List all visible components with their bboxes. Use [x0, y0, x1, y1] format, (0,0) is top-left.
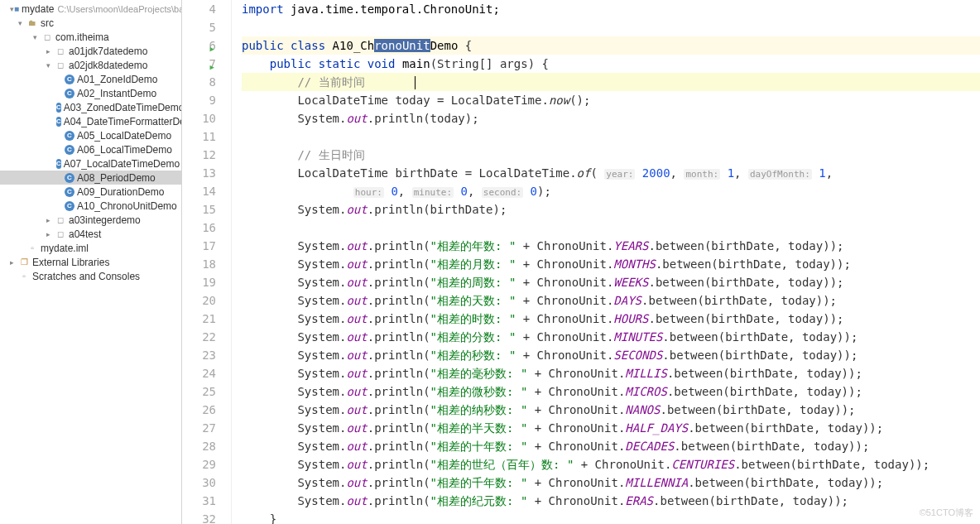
tree-item-A01_ZoneIdDemo[interactable]: CA01_ZoneIdDemo — [0, 72, 181, 86]
code-line[interactable]: System.out.println("相差的周数: " + ChronoUni… — [242, 273, 980, 291]
tree-item-src[interactable]: ▾🖿src — [0, 16, 181, 30]
class-icon: C — [56, 159, 61, 169]
tree-label: a03integerdemo — [69, 214, 141, 226]
expand-icon[interactable]: ▸ — [46, 216, 55, 224]
code-line[interactable]: System.out.println("相差的半天数: " + ChronoUn… — [242, 419, 980, 437]
tree-label: a01jdk7datedemo — [69, 46, 147, 57]
code-line[interactable]: System.out.println("相差的千年数: " + ChronoUn… — [242, 474, 980, 492]
line-number: 4 — [182, 0, 216, 18]
tree-item-com.itheima[interactable]: ▾◻com.itheima — [0, 30, 181, 44]
tree-item-A07_LocalDateTimeDemo[interactable]: CA07_LocalDateTimeDemo — [0, 156, 181, 171]
expand-icon[interactable]: ▾ — [18, 19, 26, 27]
line-number: 30 — [182, 474, 216, 492]
tree-item-mydate.iml[interactable]: ▫mydate.iml — [0, 241, 181, 255]
code-line[interactable]: // 生日时间 — [242, 146, 980, 164]
line-number: 31 — [182, 492, 216, 510]
line-number: 17 — [182, 237, 216, 255]
line-number: 9 — [182, 91, 216, 109]
code-editor[interactable]: 456▶7▶8910111213141516171819202122232425… — [182, 0, 980, 524]
pkg-icon: ◻ — [55, 60, 66, 71]
project-tree[interactable]: ▾■mydateC:\Users\moon\IdeaProjects\basic… — [0, 0, 182, 524]
tree-label: mydate — [22, 3, 54, 15]
code-line[interactable]: System.out.println("相差的分数: " + ChronoUni… — [242, 328, 980, 346]
tree-item-Scratches and Consoles[interactable]: ▫Scratches and Consoles — [0, 269, 181, 283]
class-icon: C — [65, 187, 74, 197]
code-line[interactable] — [242, 219, 980, 237]
tree-label: A04_DateTimeFormatterDemo — [64, 116, 182, 127]
tree-item-A06_LocalTimeDemo[interactable]: CA06_LocalTimeDemo — [0, 142, 181, 156]
expand-icon[interactable]: ▸ — [46, 230, 55, 238]
code-line[interactable]: System.out.println("相差的纪元数: " + ChronoUn… — [242, 492, 980, 510]
expand-icon[interactable]: ▾ — [33, 33, 41, 41]
tree-item-a03integerdemo[interactable]: ▸◻a03integerdemo — [0, 213, 181, 227]
expand-icon[interactable]: ▸ — [10, 258, 18, 267]
expand-icon[interactable]: ▸ — [46, 47, 55, 55]
file-icon: ▫ — [26, 243, 38, 254]
pkg-icon: ◻ — [55, 46, 66, 57]
line-number: 15 — [182, 200, 216, 219]
file-icon: ▫ — [18, 271, 30, 282]
code-line[interactable]: System.out.println("相差的时数: " + ChronoUni… — [242, 310, 980, 328]
line-number: 18 — [182, 255, 216, 273]
tree-label: A02_InstantDemo — [77, 88, 156, 99]
pkg-icon: ◻ — [55, 214, 66, 226]
tree-item-A10_ChronoUnitDemo[interactable]: CA10_ChronoUnitDemo — [0, 199, 181, 213]
code-line[interactable]: hour: 0, minute: 0, second: 0); — [242, 182, 980, 200]
code-line[interactable]: LocalDateTime birthDate = LocalDateTime.… — [242, 164, 980, 182]
line-number: 22 — [182, 328, 216, 346]
tree-item-A09_DurationDemo[interactable]: CA09_DurationDemo — [0, 185, 181, 199]
code-line[interactable]: System.out.println("相差的天数: " + ChronoUni… — [242, 291, 980, 310]
tree-label: A03_ZonedDateTimeDemo — [64, 102, 182, 113]
folder-icon: 🖿 — [26, 17, 38, 29]
tree-item-a04test[interactable]: ▸◻a04test — [0, 227, 181, 241]
line-number: 23 — [182, 346, 216, 364]
code-line[interactable]: System.out.println("相差的十年数: " + ChronoUn… — [242, 437, 980, 455]
tree-item-External Libraries[interactable]: ▸❐External Libraries — [0, 255, 181, 269]
line-number: 19 — [182, 273, 216, 291]
code-line[interactable]: System.out.println(today); — [242, 109, 980, 127]
code-line[interactable]: // 当前时间 — [242, 73, 980, 91]
tree-item-A05_LocalDateDemo[interactable]: CA05_LocalDateDemo — [0, 128, 181, 142]
code-line[interactable]: System.out.println("相差的世纪（百年）数: " + Chro… — [242, 455, 980, 474]
tree-label: A08_PeriodDemo — [77, 172, 156, 184]
code-line[interactable]: } — [242, 510, 980, 524]
class-icon: C — [65, 145, 74, 155]
tree-item-A03_ZonedDateTimeDemo[interactable]: CA03_ZonedDateTimeDemo — [0, 100, 181, 114]
line-number: 10 — [182, 109, 216, 127]
line-number: 7▶ — [182, 55, 216, 73]
code-line[interactable]: System.out.println("相差的年数: " + ChronoUni… — [242, 237, 980, 255]
code-line[interactable]: System.out.println("相差的微秒数: " + ChronoUn… — [242, 382, 980, 401]
code-line[interactable]: System.out.println("相差的毫秒数: " + ChronoUn… — [242, 364, 980, 382]
code-line[interactable]: System.out.println(birthDate); — [242, 200, 980, 219]
line-number: 20 — [182, 291, 216, 310]
line-number: 27 — [182, 419, 216, 437]
tree-label: A10_ChronoUnitDemo — [77, 200, 177, 212]
path-hint: C:\Users\moon\IdeaProjects\basic-cod — [57, 4, 182, 14]
class-declaration[interactable]: public class A10_ChronoUnitDemo { — [242, 36, 980, 55]
class-icon: C — [56, 117, 61, 127]
code-line[interactable]: System.out.println("相差的纳秒数: " + ChronoUn… — [242, 401, 980, 419]
tree-item-a01jdk7datedemo[interactable]: ▸◻a01jdk7datedemo — [0, 44, 181, 58]
line-number: 5 — [182, 18, 216, 36]
expand-icon[interactable]: ▾ — [46, 61, 55, 70]
line-number: 16 — [182, 219, 216, 237]
code-line[interactable]: public static void main(String[] args) { — [242, 55, 980, 73]
tree-item-a02jdk8datedemo[interactable]: ▾◻a02jdk8datedemo — [0, 58, 181, 72]
tree-item-A04_DateTimeFormatterDemo[interactable]: CA04_DateTimeFormatterDemo — [0, 114, 181, 128]
tree-item-A08_PeriodDemo[interactable]: CA08_PeriodDemo — [0, 171, 181, 185]
code-line[interactable]: System.out.println("相差的秒数: " + ChronoUni… — [242, 346, 980, 364]
tree-label: A09_DurationDemo — [77, 186, 164, 198]
code-line[interactable]: System.out.println("相差的月数: " + ChronoUni… — [242, 255, 980, 273]
app-root: ▾■mydateC:\Users\moon\IdeaProjects\basic… — [0, 0, 980, 524]
tree-label: com.itheima — [55, 31, 109, 43]
code-line[interactable]: import java.time.temporal.ChronoUnit; — [242, 0, 980, 18]
code-line[interactable] — [242, 127, 980, 146]
code-line[interactable] — [242, 18, 980, 36]
class-icon: C — [65, 131, 74, 141]
class-icon: C — [65, 89, 74, 99]
code-area[interactable]: import java.time.temporal.ChronoUnit;pub… — [232, 0, 980, 524]
tree-item-A02_InstantDemo[interactable]: CA02_InstantDemo — [0, 86, 181, 100]
code-line[interactable]: LocalDateTime today = LocalDateTime.now(… — [242, 91, 980, 109]
class-icon: C — [65, 201, 74, 211]
tree-item-mydate[interactable]: ▾■mydateC:\Users\moon\IdeaProjects\basic… — [0, 2, 181, 16]
